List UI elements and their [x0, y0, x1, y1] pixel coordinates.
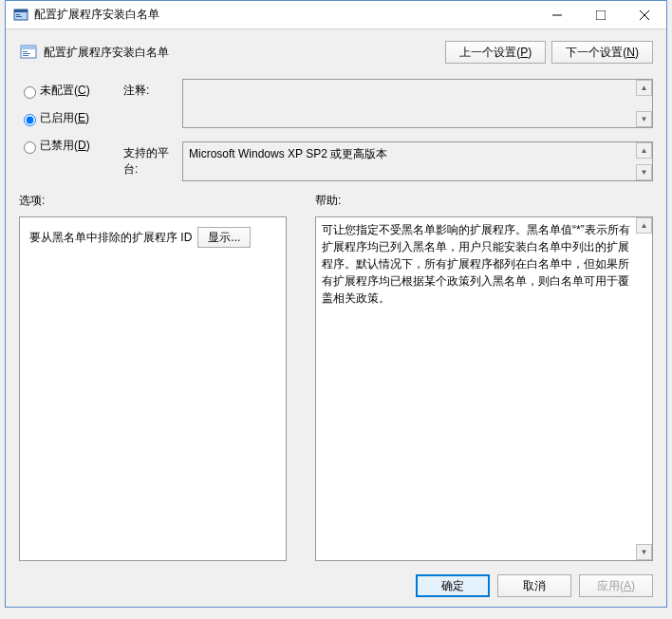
titlebar-controls [535, 1, 666, 28]
content-area: 配置扩展程序安装白名单 上一个设置(P) 下一个设置(N) 未配置(C) 已启用… [6, 29, 666, 607]
minimize-button[interactable] [535, 1, 579, 28]
svg-rect-1 [14, 9, 28, 12]
options-column: 选项: 要从黑名单中排除的扩展程序 ID 显示... [19, 193, 287, 561]
svg-rect-12 [23, 55, 28, 56]
svg-rect-5 [596, 10, 606, 20]
help-label: 帮助: [315, 193, 653, 209]
policy-icon [19, 43, 38, 62]
footer: 确定 取消 应用(A) [19, 565, 653, 601]
scroll-down-icon[interactable]: ▼ [636, 111, 652, 127]
svg-rect-2 [16, 14, 20, 15]
ok-button[interactable]: 确定 [416, 574, 490, 597]
lower-section: 选项: 要从黑名单中排除的扩展程序 ID 显示... 帮助: 可让您指定不受黑名… [19, 193, 653, 561]
svg-rect-11 [23, 53, 30, 54]
radio-not-configured-input[interactable] [24, 86, 36, 99]
next-setting-button[interactable]: 下一个设置(N) [551, 41, 653, 64]
config-fields: 注释: ▲ ▼ 支持的平台: Microsoft Windows XP SP2 … [123, 79, 653, 181]
nav-buttons: 上一个设置(P) 下一个设置(N) [445, 41, 653, 64]
help-text: 可让您指定不受黑名单影响的扩展程序。黑名单值“*”表示所有扩展程序均已列入黑名单… [322, 221, 646, 307]
page-title: 配置扩展程序安装白名单 [44, 45, 445, 61]
radio-disabled-input[interactable] [24, 141, 36, 154]
radio-enabled-label: 已启用(E) [40, 110, 89, 126]
svg-rect-10 [23, 51, 28, 52]
extension-whitelist-label: 要从黑名单中排除的扩展程序 ID [29, 230, 192, 246]
comment-label: 注释: [123, 79, 182, 99]
radio-disabled-label: 已禁用(D) [40, 138, 90, 154]
config-section: 未配置(C) 已启用(E) 已禁用(D) 注释: ▲ ▼ [19, 79, 653, 181]
app-icon [13, 8, 28, 23]
platform-value: Microsoft Windows XP SP2 或更高版本 [189, 147, 387, 160]
cancel-button[interactable]: 取消 [497, 574, 571, 597]
window-title: 配置扩展程序安装白名单 [34, 7, 535, 23]
titlebar: 配置扩展程序安装白名单 [6, 1, 666, 29]
svg-rect-3 [16, 16, 22, 17]
help-box: 可让您指定不受黑名单影响的扩展程序。黑名单值“*”表示所有扩展程序均已列入黑名单… [315, 216, 653, 561]
show-button[interactable]: 显示... [197, 227, 251, 248]
comment-box[interactable]: ▲ ▼ [182, 79, 653, 128]
platform-label: 支持的平台: [123, 141, 182, 178]
extension-whitelist-row: 要从黑名单中排除的扩展程序 ID 显示... [29, 227, 276, 248]
options-label: 选项: [19, 193, 287, 209]
comment-row: 注释: ▲ ▼ [123, 79, 653, 128]
maximize-button[interactable] [579, 1, 623, 28]
radio-enabled[interactable]: 已启用(E) [19, 110, 123, 126]
svg-rect-9 [21, 46, 36, 49]
scroll-up-icon[interactable]: ▲ [636, 217, 652, 234]
state-radio-group: 未配置(C) 已启用(E) 已禁用(D) [19, 79, 123, 181]
dialog-window: 配置扩展程序安装白名单 配置扩 [5, 0, 667, 608]
help-column: 帮助: 可让您指定不受黑名单影响的扩展程序。黑名单值“*”表示所有扩展程序均已列… [315, 193, 653, 561]
radio-not-configured[interactable]: 未配置(C) [19, 83, 123, 99]
options-box: 要从黑名单中排除的扩展程序 ID 显示... [19, 216, 287, 561]
scroll-down-icon[interactable]: ▼ [636, 544, 652, 560]
close-button[interactable] [623, 1, 666, 28]
header-row: 配置扩展程序安装白名单 上一个设置(P) 下一个设置(N) [19, 39, 653, 66]
platform-box: Microsoft Windows XP SP2 或更高版本 ▲ ▼ [182, 141, 653, 181]
radio-not-configured-label: 未配置(C) [40, 83, 90, 99]
apply-button[interactable]: 应用(A) [579, 574, 653, 597]
prev-setting-button[interactable]: 上一个设置(P) [445, 41, 546, 64]
scroll-down-icon[interactable]: ▼ [636, 164, 652, 180]
radio-disabled[interactable]: 已禁用(D) [19, 138, 123, 154]
platform-row: 支持的平台: Microsoft Windows XP SP2 或更高版本 ▲ … [123, 141, 653, 181]
scroll-up-icon[interactable]: ▲ [636, 80, 652, 96]
scroll-up-icon[interactable]: ▲ [636, 142, 652, 159]
radio-enabled-input[interactable] [24, 114, 36, 126]
